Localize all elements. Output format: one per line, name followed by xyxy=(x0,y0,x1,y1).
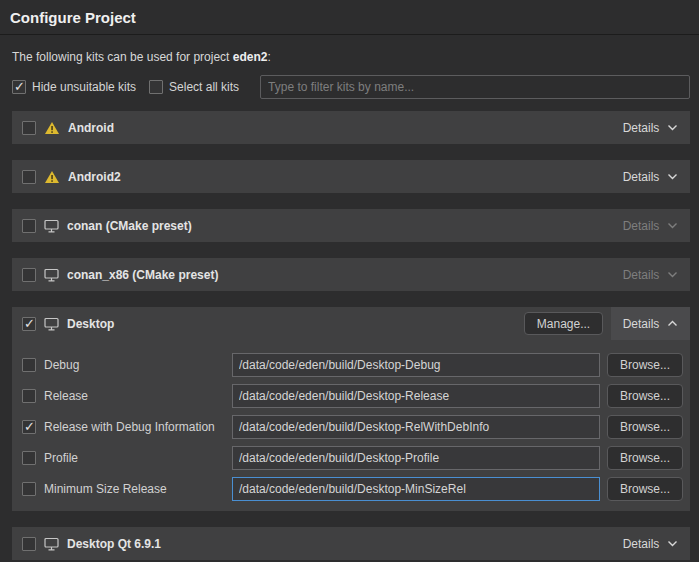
config-checkbox[interactable] xyxy=(22,482,36,496)
intro-prefix: The following kits can be used for proje… xyxy=(12,50,233,64)
config-label: Release xyxy=(44,389,232,403)
details-button[interactable]: Details xyxy=(611,160,690,193)
details-label: Details xyxy=(623,317,660,331)
config-label: Profile xyxy=(44,451,232,465)
details-label: Details xyxy=(623,170,660,184)
chevron-down-icon xyxy=(667,540,678,547)
kit-checkbox[interactable] xyxy=(22,317,36,331)
hide-unsuitable-checkbox-box[interactable] xyxy=(12,80,26,94)
build-config-row-relwithdebinfo: Release with Debug Information Browse... xyxy=(12,415,690,439)
warning-icon xyxy=(44,121,60,135)
select-all-checkbox[interactable]: Select all kits xyxy=(149,80,239,94)
details-button[interactable]: Details xyxy=(611,111,690,144)
details-label: Details xyxy=(623,121,660,135)
desktop-icon xyxy=(44,537,59,551)
intro-suffix: : xyxy=(267,50,270,64)
filter-toolbar: Hide unsuitable kits Select all kits xyxy=(12,75,690,99)
project-name: eden2 xyxy=(233,50,268,64)
chevron-down-icon xyxy=(667,222,678,229)
kit-panel-desktop: Desktop Manage... Details Debug Browse..… xyxy=(12,307,690,511)
details-button: Details xyxy=(611,258,690,291)
desktop-icon xyxy=(44,317,59,331)
chevron-down-icon xyxy=(667,271,678,278)
details-label: Details xyxy=(623,268,660,282)
kit-row-desktop-qt[interactable]: Desktop Qt 6.9.1 Details xyxy=(12,527,690,560)
config-label: Minimum Size Release xyxy=(44,482,232,496)
kit-name: Android2 xyxy=(68,170,121,184)
title-divider xyxy=(0,34,699,35)
browse-button[interactable]: Browse... xyxy=(607,446,683,470)
browse-button[interactable]: Browse... xyxy=(607,353,683,377)
intro-text: The following kits can be used for proje… xyxy=(12,50,690,64)
kit-list: Android Details Android2 Details xyxy=(12,111,690,560)
config-label: Debug xyxy=(44,358,232,372)
build-dir-input[interactable] xyxy=(232,384,600,408)
manage-button[interactable]: Manage... xyxy=(524,312,603,335)
kit-name: Desktop xyxy=(67,317,114,331)
kit-name: conan_x86 (CMake preset) xyxy=(67,268,218,282)
build-dir-input[interactable] xyxy=(232,353,600,377)
chevron-down-icon xyxy=(667,173,678,180)
kit-row-desktop[interactable]: Desktop Manage... Details xyxy=(12,307,690,340)
select-all-label: Select all kits xyxy=(169,80,239,94)
kit-row-android2[interactable]: Android2 Details xyxy=(12,160,690,193)
browse-button[interactable]: Browse... xyxy=(607,415,683,439)
kit-name: conan (CMake preset) xyxy=(67,219,192,233)
kit-row-conan[interactable]: conan (CMake preset) Details xyxy=(12,209,690,242)
details-button[interactable]: Details xyxy=(611,307,690,340)
kit-filter-input[interactable] xyxy=(260,75,690,99)
select-all-checkbox-box[interactable] xyxy=(149,80,163,94)
chevron-down-icon xyxy=(667,124,678,131)
details-button: Details xyxy=(611,209,690,242)
browse-button[interactable]: Browse... xyxy=(607,477,683,501)
kit-name: Android xyxy=(68,121,114,135)
build-config-row-minsizerel: Minimum Size Release Browse... xyxy=(12,477,690,501)
kit-checkbox[interactable] xyxy=(22,537,36,551)
build-dir-input[interactable] xyxy=(232,477,600,501)
kit-checkbox[interactable] xyxy=(22,121,36,135)
config-label: Release with Debug Information xyxy=(44,420,232,434)
page-title: Configure Project xyxy=(0,0,699,34)
desktop-icon xyxy=(44,268,59,282)
browse-button[interactable]: Browse... xyxy=(607,384,683,408)
build-config-row-profile: Profile Browse... xyxy=(12,446,690,470)
config-checkbox[interactable] xyxy=(22,389,36,403)
warning-icon xyxy=(44,170,60,184)
hide-unsuitable-label: Hide unsuitable kits xyxy=(32,80,136,94)
config-checkbox[interactable] xyxy=(22,358,36,372)
kit-name: Desktop Qt 6.9.1 xyxy=(67,537,161,551)
build-dir-input[interactable] xyxy=(232,415,600,439)
details-label: Details xyxy=(623,537,660,551)
build-config-row-release: Release Browse... xyxy=(12,384,690,408)
build-config-row-debug: Debug Browse... xyxy=(12,353,690,377)
config-checkbox[interactable] xyxy=(22,451,36,465)
hide-unsuitable-checkbox[interactable]: Hide unsuitable kits xyxy=(12,80,136,94)
details-button[interactable]: Details xyxy=(611,527,690,560)
config-checkbox[interactable] xyxy=(22,420,36,434)
build-dir-input[interactable] xyxy=(232,446,600,470)
kit-row-android[interactable]: Android Details xyxy=(12,111,690,144)
kit-checkbox[interactable] xyxy=(22,219,36,233)
kit-checkbox[interactable] xyxy=(22,268,36,282)
kit-checkbox[interactable] xyxy=(22,170,36,184)
details-label: Details xyxy=(623,219,660,233)
kit-row-conan-x86[interactable]: conan_x86 (CMake preset) Details xyxy=(12,258,690,291)
chevron-up-icon xyxy=(667,320,678,327)
desktop-icon xyxy=(44,219,59,233)
